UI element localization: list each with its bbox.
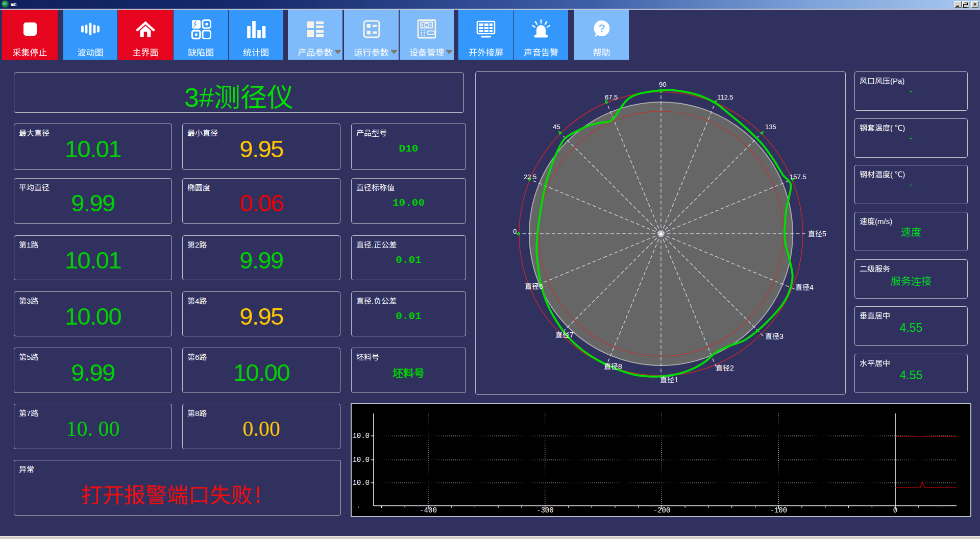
svg-text:直径2: 直径2 (716, 364, 734, 372)
svg-text:-200: -200 (653, 506, 671, 514)
svg-text:直径7: 直径7 (555, 331, 574, 339)
svg-text:22.5: 22.5 (524, 173, 536, 181)
svg-text:直径8: 直径8 (604, 362, 622, 371)
svg-text:10.0: 10.0 (352, 479, 370, 487)
svg-text:45: 45 (553, 123, 560, 131)
svg-text:直径6: 直径6 (525, 282, 543, 290)
svg-text:67.5: 67.5 (605, 93, 618, 101)
svg-text:-300: -300 (536, 506, 554, 514)
svg-text:直径3: 直径3 (765, 332, 783, 340)
svg-text:-100: -100 (770, 506, 787, 514)
svg-text:直径4: 直径4 (795, 283, 814, 291)
svg-text:112.5: 112.5 (717, 93, 733, 101)
svg-text:?: ? (598, 22, 605, 35)
svg-text:90: 90 (659, 81, 666, 88)
svg-text:-400: -400 (420, 506, 437, 514)
svg-text:直径5: 直径5 (808, 230, 826, 238)
svg-text:135: 135 (765, 123, 776, 131)
svg-text:直径1: 直径1 (660, 376, 678, 384)
svg-text:157.5: 157.5 (790, 173, 806, 181)
svg-text:0: 0 (893, 506, 897, 514)
svg-text:0: 0 (513, 228, 517, 235)
svg-text:10.0: 10.0 (352, 432, 370, 440)
svg-text:10.0: 10.0 (352, 456, 370, 464)
